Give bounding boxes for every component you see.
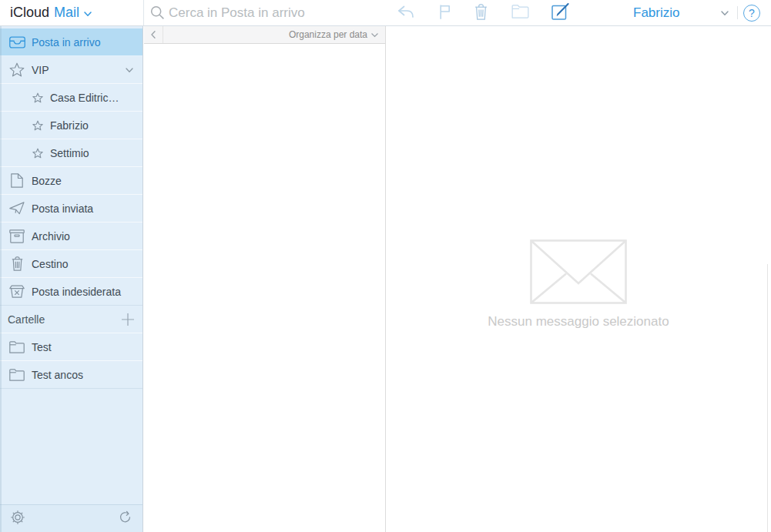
plus-icon <box>121 313 135 329</box>
mailbox-list: Posta in arrivo VIP Casa Editric… Fabriz… <box>0 26 142 389</box>
search-area <box>144 0 385 25</box>
star-icon <box>32 148 43 159</box>
trash-icon <box>474 4 488 22</box>
reply-button[interactable] <box>391 0 421 25</box>
sidebar-item-label: Posta inviata <box>32 202 93 215</box>
help-button[interactable]: ? <box>743 5 760 22</box>
brand-icloud[interactable]: iCloud <box>10 5 49 21</box>
sidebar-item-label: VIP <box>32 64 49 76</box>
flag-button[interactable] <box>430 0 459 25</box>
collapse-list-button[interactable] <box>144 26 163 43</box>
mailbox-sidebar: Posta in arrivo VIP Casa Editric… Fabriz… <box>0 26 143 532</box>
sidebar-folders-header: Cartelle <box>0 306 142 333</box>
gear-icon <box>10 510 25 527</box>
sidebar-item-label: Archivio <box>32 230 70 243</box>
app-switcher[interactable]: iCloud Mail <box>10 0 92 25</box>
sort-by-button[interactable]: Organizza per data <box>289 26 385 43</box>
folder-icon <box>8 341 26 353</box>
paper-plane-icon <box>8 202 26 215</box>
brand-app-mail[interactable]: Mail <box>54 5 79 21</box>
star-icon <box>32 92 43 103</box>
sidebar-item-label: Test ancos <box>32 369 83 381</box>
sidebar-item-label: Fabrizio <box>50 119 89 132</box>
junk-icon <box>8 285 26 298</box>
sidebar-item-junk[interactable]: Posta indesiderata <box>0 278 142 306</box>
sidebar-item-vip[interactable]: VIP <box>0 56 142 84</box>
trash-icon <box>8 256 26 271</box>
top-toolbar: iCloud Mail <box>0 0 771 26</box>
compose-icon <box>551 2 570 23</box>
draft-icon <box>8 173 26 188</box>
account-menu-label[interactable]: Fabrizio <box>633 0 679 25</box>
sidebar-item-archive[interactable]: Archivio <box>0 223 142 250</box>
folder-icon <box>511 5 529 21</box>
sidebar-footer <box>0 504 143 532</box>
chevron-down-icon[interactable] <box>126 68 133 73</box>
sidebar-item-label: Casa Editric… <box>50 92 119 104</box>
chevron-left-icon <box>151 29 156 41</box>
sidebar-item-label: Posta in arrivo <box>32 36 100 49</box>
inbox-icon <box>8 36 26 49</box>
sort-by-label: Organizza per data <box>289 29 367 40</box>
refresh-button[interactable] <box>118 510 132 527</box>
search-input[interactable] <box>144 0 385 25</box>
sidebar-folder-test-ancos[interactable]: Test ancos <box>0 361 142 389</box>
empty-state: Nessun messaggio selezionato <box>386 239 771 330</box>
sidebar-item-label: Cestino <box>32 258 68 270</box>
settings-button[interactable] <box>10 510 25 527</box>
scrollbar[interactable] <box>767 264 768 532</box>
sidebar-item-drafts[interactable]: Bozze <box>0 167 142 195</box>
sidebar-item-trash[interactable]: Cestino <box>0 250 142 278</box>
star-icon <box>8 62 26 77</box>
sidebar-folder-test[interactable]: Test <box>0 333 142 361</box>
sidebar-item-label: Posta indesiderata <box>32 286 121 298</box>
folder-icon <box>8 369 26 381</box>
sidebar-item-sent[interactable]: Posta inviata <box>0 195 142 223</box>
account-chevron-down-icon[interactable] <box>721 11 729 16</box>
chevron-down-icon <box>84 12 92 17</box>
reading-pane: Nessun messaggio selezionato <box>385 26 771 532</box>
sidebar-item-vip-fabrizio[interactable]: Fabrizio <box>0 112 142 139</box>
sidebar-item-vip-settimio[interactable]: Settimio <box>0 139 142 167</box>
refresh-icon <box>118 510 132 527</box>
sidebar-item-label: Test <box>32 341 52 353</box>
sidebar-item-label: Bozze <box>32 175 62 187</box>
message-list-pane: Organizza per data <box>144 26 385 532</box>
sidebar-item-inbox[interactable]: Posta in arrivo <box>0 28 142 56</box>
archive-icon <box>8 229 26 243</box>
reply-icon <box>397 5 415 21</box>
divider <box>737 6 738 19</box>
delete-button[interactable] <box>466 0 495 25</box>
sidebar-item-vip-casa-editrice[interactable]: Casa Editric… <box>0 84 142 112</box>
compose-button[interactable] <box>546 0 575 25</box>
star-icon <box>32 120 43 131</box>
sidebar-item-label: Settimio <box>50 147 89 159</box>
folders-section-label: Cartelle <box>8 313 45 326</box>
mail-actions-toolbar <box>385 0 616 25</box>
chevron-down-icon <box>371 29 378 40</box>
move-to-folder-button[interactable] <box>505 0 535 25</box>
envelope-icon <box>530 239 627 307</box>
flag-icon <box>437 4 451 22</box>
add-folder-button[interactable] <box>121 313 135 329</box>
message-list-header: Organizza per data <box>144 26 385 44</box>
empty-state-message: Nessun messaggio selezionato <box>488 314 669 330</box>
